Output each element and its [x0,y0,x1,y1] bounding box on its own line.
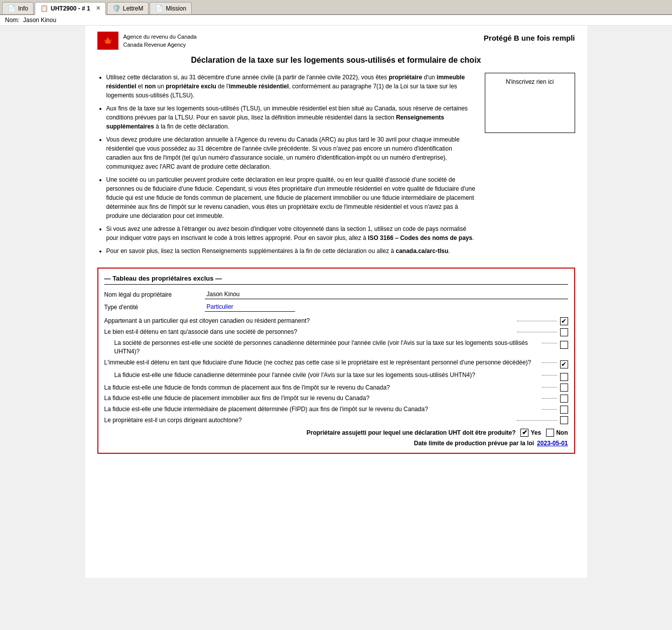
cb7-checkbox[interactable] [560,395,568,403]
cb7-label: La fiducie est-elle une fiducie de place… [104,394,539,403]
content-area: Utilisez cette déclaration si, au 31 déc… [97,73,575,260]
instruction-list: Utilisez cette déclaration si, au 31 déc… [97,73,477,256]
no-write-label: N'inscrivez rien ici [506,78,554,85]
cb2-checkbox[interactable] [560,328,568,336]
tab-info[interactable]: 📄 Info [2,2,34,14]
cb9-checkbox[interactable] [560,416,568,424]
cb8-checkbox[interactable] [560,406,568,414]
instruction-6: Pour en savoir plus, lisez la section Re… [106,246,477,256]
no-group: Non [546,429,568,437]
yes-group: ✔ Yes [520,429,541,437]
instruction-1: Utilisez cette déclaration si, au 31 déc… [106,73,477,100]
cb2-label: Le bien est-il détenu en tant qu'associé… [104,328,514,336]
tab-uht2900-close[interactable]: ✕ [96,5,100,12]
agency-en: Canada Revenue Agency [123,41,197,49]
cb3-dots [542,343,557,343]
instruction-3: Vous devez produire une déclaration annu… [106,135,477,171]
no-checkbox[interactable] [546,429,554,437]
cb5-label: La fiducie est-elle une fiducie canadien… [114,371,539,380]
date-label: Date limite de production prévue par la … [414,440,534,447]
no-label: Non [556,429,568,436]
browser-tabs: 📄 Info 📋 UHT2900 - # 1 ✕ 🛡️ LettreM 📄 Mi… [0,0,672,15]
instruction-2: Aux fins de la taxe sur les logements so… [106,104,477,131]
cb7-dots [542,398,557,399]
tab-mission[interactable]: 📄 Mission [150,2,192,14]
checkbox-row-cb6: La fiducie est-elle une fiducie de fonds… [104,384,568,392]
cb6-checkbox[interactable] [560,384,568,392]
cb1-label: Appartenant à un particulier qui est cit… [104,317,514,325]
cb5-checkbox[interactable] [560,373,568,381]
summary-label: Propriétaire assujetti pour lequel une d… [307,429,516,436]
page-wrapper: 🍁 Agence du revenu du Canada Canada Reve… [85,26,587,578]
no-write-box: N'inscrivez rien ici [485,73,575,133]
type-entite-value: Particulier [205,302,295,312]
header-row: 🍁 Agence du revenu du Canada Canada Reve… [97,32,575,50]
nom-legal-row: Nom légal du propriétaire Jason Kinou [104,290,568,299]
checkbox-row-cb2: Le bien est-il détenu en tant qu'associé… [104,328,568,336]
instructions-main: Utilisez cette déclaration si, au 31 déc… [97,73,477,260]
checkbox-row-cb8: La fiducie est-elle une fiducie interméd… [104,405,568,414]
cb9-dots [517,420,557,421]
tab-mission-icon: 📄 [155,5,163,12]
date-value: 2023-05-01 [537,440,568,447]
canada-flag: 🍁 [97,32,118,50]
tab-lettrem[interactable]: 🛡️ LettreM [107,2,149,14]
main-title: Déclaration de la taxe sur les logements… [97,55,575,66]
instruction-5: Si vous avez une adresse à l'étranger ou… [106,224,477,242]
cb4-label: L'immeuble est-il détenu en tant que fid… [104,358,539,367]
cb4-checkbox[interactable]: ✔ [560,360,568,368]
agency-fr: Agence du revenu du Canada [123,33,197,41]
tab-mission-label: Mission [166,5,186,12]
name-label: Nom: [5,17,20,24]
yes-checkbox[interactable]: ✔ [520,429,528,437]
cb3-checkbox[interactable] [560,341,568,349]
checkbox-row-cb4: L'immeuble est-il détenu en tant que fid… [104,358,568,368]
summary-row: Propriétaire assujetti pour lequel une d… [104,429,568,437]
cb8-label: La fiducie est-elle une fiducie interméd… [104,405,539,414]
tab-uht2900[interactable]: 📋 UHT2900 - # 1 ✕ [35,2,106,15]
cb5-dots [542,375,557,375]
tab-lettrem-icon: 🛡️ [112,5,120,12]
nom-legal-label: Nom légal du propriétaire [104,291,205,298]
cb8-dots [542,409,557,410]
tab-uht2900-icon: 📋 [40,5,48,12]
cb1-checkbox[interactable]: ✔ [560,317,568,325]
cb6-label: La fiducie est-elle une fiducie de fonds… [104,384,539,392]
tab-info-icon: 📄 [8,5,16,12]
section-legend: — Tableau des propriétaires exclus — [104,275,568,285]
type-entite-row: Type d'entité Particulier [104,302,568,312]
tab-lettrem-label: LettreM [123,5,144,12]
logo-area: 🍁 Agence du revenu du Canada Canada Reve… [97,32,197,50]
cb4-dots [542,362,557,363]
type-entite-label: Type d'entité [104,304,205,311]
protected-label: Protégé B une fois rempli [484,34,575,42]
cb9-label: Le propriétaire est-il un corps dirigean… [104,416,514,425]
date-row: Date limite de production prévue par la … [104,440,568,447]
checkbox-row-cb1: Appartenant à un particulier qui est cit… [104,317,568,325]
tab-uht2900-label: UHT2900 - # 1 [51,5,90,12]
checkbox-row-cb5: La fiducie est-elle une fiducie canadien… [104,371,568,381]
name-value: Jason Kinou [23,17,56,24]
name-bar: Nom: Jason Kinou [0,15,672,26]
yes-label: Yes [530,429,541,436]
checkbox-row-cb3: La société de personnes est-elle une soc… [104,339,568,356]
checkbox-row-cb7: La fiducie est-elle une fiducie de place… [104,394,568,403]
proprietaires-section: — Tableau des propriétaires exclus — Nom… [97,268,575,453]
nom-legal-value: Jason Kinou [205,290,568,299]
tab-info-label: Info [18,5,28,12]
instruction-4: Une société ou un particulier peuvent pr… [106,175,477,220]
cb6-dots [542,387,557,388]
cb2-dots [517,332,557,332]
cb3-label: La société de personnes est-elle une soc… [114,339,539,356]
checkbox-row-cb9: Le propriétaire est-il un corps dirigean… [104,416,568,425]
agency-text: Agence du revenu du Canada Canada Revenu… [123,33,197,49]
cb1-dots [517,321,557,321]
